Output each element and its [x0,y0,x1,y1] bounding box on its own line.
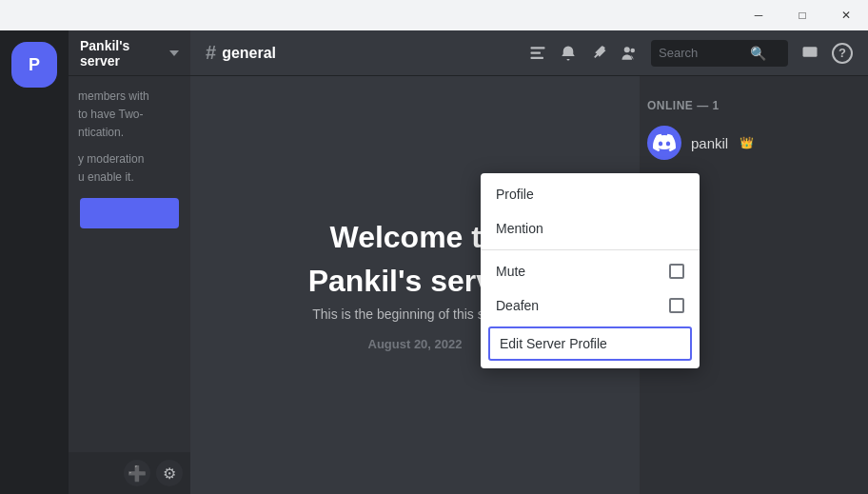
context-menu-item-mute[interactable]: Mute [481,254,700,288]
server-name-label: Pankil's server [80,38,166,69]
member-list-item[interactable]: pankil 👑 [640,120,868,166]
svg-rect-5 [803,47,818,57]
channel-list: members with to have Two- ntication. y m… [69,76,190,452]
bell-icon[interactable] [560,45,577,62]
date-divider: August 20, 2022 [368,337,463,351]
member-avatar [647,126,681,160]
context-menu-label-mute: Mute [496,264,525,279]
chevron-down-icon [169,50,179,56]
help-icon[interactable]: ? [832,43,853,64]
minimize-button[interactable]: ─ [737,0,780,30]
server-icon-pankil[interactable]: P [11,42,57,88]
pin-icon[interactable] [590,45,607,62]
search-input[interactable] [659,46,744,60]
server-icon-label: P [29,55,40,75]
header-icons: 🔍 ? [529,40,853,67]
members-icon[interactable] [621,45,638,62]
svg-rect-1 [531,51,542,53]
context-menu-checkbox-deafen[interactable] [669,298,684,313]
context-menu-label-edit_server: Edit Server Profile [500,336,607,351]
crown-icon: 👑 [740,136,754,149]
top-header: # general 🔍 ? [190,30,868,76]
threads-icon[interactable] [529,45,546,62]
context-menu-label-deafen: Deafen [496,298,539,313]
channel-name-label: general [222,45,276,62]
sidebar-bottom: ➕ ⚙ [69,452,190,494]
member-name-label: pankil [691,135,728,151]
discord-avatar-icon [653,131,676,154]
context-menu-label-mention: Mention [496,221,543,236]
welcome-title-line1: Welcome to [330,219,501,255]
enable-button[interactable] [80,198,179,228]
context-menu-checkbox-mute[interactable] [669,264,684,279]
search-icon: 🔍 [750,46,766,61]
context-menu-label-profile: Profile [496,187,534,202]
settings-icon[interactable]: ⚙ [156,460,183,486]
title-bar: ─ □ ✕ [0,0,868,30]
channel-name: # general [206,42,276,64]
svg-point-4 [631,48,636,52]
svg-rect-2 [531,56,544,58]
server-header[interactable]: Pankil's server [69,30,190,76]
svg-rect-0 [531,47,545,49]
context-menu-item-deafen[interactable]: Deafen [481,288,700,323]
online-header: ONLINE — 1 [640,84,868,120]
add-member-icon[interactable]: ➕ [124,460,150,486]
svg-point-3 [624,47,630,52]
context-menu-item-profile[interactable]: Profile [481,177,700,211]
context-menu-item-mention[interactable]: Mention [481,211,700,246]
maximize-button[interactable]: □ [780,0,824,30]
sidebar-partial-text: members with to have Two- ntication. y m… [72,84,187,190]
channel-sidebar: Pankil's server members with to have Two… [69,30,190,494]
context-menu-divider [481,249,700,250]
app-container: P Pankil's server members with to have T… [0,30,868,494]
inbox-icon[interactable] [801,45,819,62]
context-menu-item-edit_server[interactable]: Edit Server Profile [488,326,692,361]
server-strip: P [0,30,69,494]
search-bar[interactable]: 🔍 [651,40,788,67]
context-menu: ProfileMentionMuteDeafenEdit Server Prof… [481,173,700,368]
channel-hash-icon: # [206,42,216,64]
close-button[interactable]: ✕ [824,0,868,30]
